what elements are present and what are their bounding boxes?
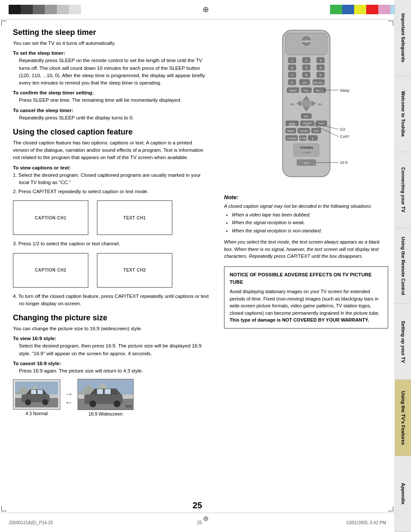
svg-text:16:9: 16:9 — [304, 162, 309, 164]
svg-text:RESET: RESET — [287, 130, 294, 132]
svg-text:MTS: MTS — [314, 130, 318, 132]
color-swatch — [69, 5, 81, 14]
svg-text:Sleep: Sleep — [340, 88, 349, 93]
svg-text:MUTE: MUTE — [316, 89, 323, 92]
normal-label: 4:3 Normal — [13, 411, 60, 416]
sleep-timer-intro: You can set the TV so it turns off autom… — [13, 40, 209, 47]
svg-text:VOL: VOL — [318, 103, 322, 106]
bottom-center-page: 25 — [197, 520, 202, 525]
caption-step1: 1. Select the desired program. Closed ca… — [13, 172, 209, 187]
confirm-sleep-label: To confirm the sleep timer setting: — [13, 90, 209, 95]
svg-text:ENTER: ENTER — [289, 125, 296, 127]
wide-label: 16:9 Widescreen — [78, 411, 134, 416]
picture-size-arrows: → ← — [65, 389, 73, 407]
top-bar-crosshair: ⊕ — [81, 5, 330, 14]
svg-text:RECALL: RECALL — [313, 81, 324, 84]
main-content: Setting the sleep timer You can set the … — [0, 19, 395, 513]
caption-boxes-row2: CAPTION CH2 TEXT CH2 — [13, 253, 209, 288]
cancel-169-label: To cancel 16:9 style: — [13, 361, 209, 366]
color-swatch — [45, 5, 57, 14]
svg-rect-7 — [31, 390, 36, 394]
svg-text:9: 9 — [320, 74, 321, 77]
left-column: Setting the sleep timer You can set the … — [0, 19, 218, 513]
svg-text:▼ FAV: ▼ FAV — [299, 137, 306, 140]
closed-caption-intro: The closed caption feature has two optio… — [13, 139, 209, 162]
color-swatch-pink — [378, 5, 390, 14]
svg-text:CT-870: CT-870 — [302, 151, 311, 154]
normal-picture-svg — [15, 382, 58, 407]
svg-text:6: 6 — [320, 66, 321, 69]
sidebar-tab-remote[interactable]: Using the Remote Control — [395, 228, 411, 304]
color-swatch-yellow — [354, 5, 366, 14]
svg-text:CAP/TEXT: CAP/TEXT — [340, 135, 349, 139]
svg-text:8: 8 — [305, 74, 307, 77]
top-color-swatches-left — [0, 5, 81, 14]
view-169-label: To view 16:9 style: — [13, 336, 209, 341]
svg-rect-18 — [97, 389, 103, 394]
svg-point-60 — [302, 99, 311, 108]
normal-pic-container: 4:3 Normal — [13, 379, 60, 416]
svg-text:▲: ▲ — [311, 137, 314, 140]
svg-text:1/2: 1/2 — [305, 125, 308, 127]
svg-text:4: 4 — [291, 66, 293, 69]
view-169-text: Select the desired program, then press 1… — [13, 342, 209, 357]
top-bar: ⊕ — [0, 0, 411, 19]
svg-text:CH RTN: CH RTN — [299, 130, 308, 132]
sidebar-tab-setting-up[interactable]: Setting up your TV — [395, 304, 411, 380]
color-swatch — [33, 5, 45, 14]
color-swatch — [57, 5, 69, 14]
svg-text:SLEEP: SLEEP — [289, 89, 297, 92]
note-bullets: When a video tape has been dubbed. When … — [224, 211, 388, 235]
note-section: Note: A closed caption signal may not be… — [224, 194, 388, 260]
caption-boxes-row1: CAPTION CH1 TEXT CH1 — [13, 200, 209, 235]
remote-container: POWER 1 2 3 4 5 6 7 8 — [224, 28, 388, 188]
sidebar-tab-connecting[interactable]: Connecting your TV — [395, 152, 411, 228]
svg-text:CH+: CH+ — [303, 89, 309, 92]
svg-text:5: 5 — [305, 66, 307, 69]
picture-size-row: 4:3 Normal → ← — [13, 379, 209, 416]
color-swatch — [9, 5, 21, 14]
svg-point-21 — [114, 401, 121, 407]
caption-ch2-box: CAPTION CH2 — [13, 253, 88, 288]
svg-point-9 — [25, 399, 31, 405]
svg-rect-19 — [105, 389, 111, 394]
color-swatch-green — [330, 5, 342, 14]
cancel-sleep-text: Repeatedly press SLEEP until the display… — [13, 114, 209, 122]
caption-step4: 4. To turn off the closed caption featur… — [13, 293, 209, 308]
note-bullet-1: When a video tape has been dubbed. — [232, 211, 388, 219]
warning-text: Avoid displaying stationary images on yo… — [230, 288, 383, 324]
caption-step3: 3. Press 1/2 to select the caption or te… — [13, 240, 209, 247]
text-ch1-box: TEXT CH1 — [97, 200, 172, 235]
set-sleep-text: Repeatedly press SLEEP on the remote con… — [13, 57, 209, 87]
wide-picture-box: 16:9 — [78, 379, 134, 410]
color-swatch-blue — [342, 5, 354, 14]
sidebar-tab-features[interactable]: Using the TV's Features — [395, 380, 411, 456]
cancel-sleep-label: To cancel the sleep timer: — [13, 108, 209, 113]
svg-text:POWER: POWER — [301, 40, 311, 43]
svg-text:7: 7 — [291, 74, 293, 77]
svg-text:TOSHIBA: TOSHIBA — [299, 146, 313, 149]
caption-step2: 2. Press CAP/TEXT repeatedly to select c… — [13, 188, 209, 195]
svg-text:0: 0 — [291, 81, 293, 84]
svg-text:TV/VIDEO: TV/VIDEO — [286, 137, 296, 140]
note-intro: A closed caption signal may not be decod… — [224, 203, 372, 209]
note-bullet-3: When the signal reception is non-standar… — [232, 227, 388, 235]
cancel-169-text: Press 16:9 again. The picture size will … — [13, 367, 209, 375]
wide-pic-container: 16:9 16:9 Widescreen — [78, 379, 134, 416]
svg-point-10 — [42, 399, 48, 405]
view-captions-label: To view captions or text: — [13, 165, 209, 170]
picture-size-heading: Changing the picture size — [13, 313, 209, 322]
sidebar-tab-welcome[interactable]: Welcome to Toshiba — [395, 76, 411, 152]
sidebar-tab-safeguards[interactable]: Important Safeguards — [395, 0, 411, 76]
caption-ch1-box: CAPTION CH1 — [13, 200, 88, 235]
bottom-right-text: 13/01/2005, 5:42 PM — [346, 520, 386, 525]
svg-text:2: 2 — [305, 59, 307, 62]
bottom-left-text: J3S00121A(E)_P14-25 — [9, 520, 53, 525]
warning-title: NOTICE OF POSSIBLE ADVERSE EFFECTS ON TV… — [230, 271, 383, 286]
color-swatch-red — [366, 5, 378, 14]
bottom-bar: J3S00121A(E)_P14-25 25 13/01/2005, 5:42 … — [0, 513, 395, 532]
warning-box: NOTICE OF POSSIBLE ADVERSE EFFECTS ON TV… — [224, 266, 388, 329]
sidebar-tab-appendix[interactable]: Appendix — [395, 456, 411, 532]
svg-text:VOL: VOL — [290, 103, 294, 106]
svg-text:100: 100 — [302, 81, 307, 84]
